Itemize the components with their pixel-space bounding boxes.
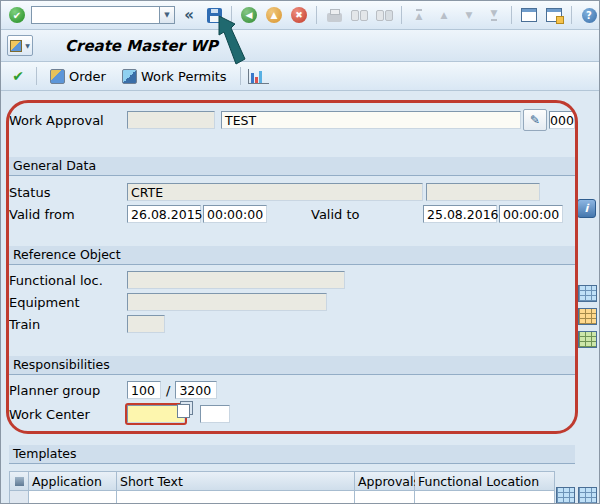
table-layout-icon[interactable]: [578, 487, 597, 504]
info-icon: i: [585, 202, 589, 215]
new-session-window-icon: [521, 8, 537, 22]
next-page-icon: ▼: [466, 11, 473, 20]
back-button[interactable]: ◀: [238, 4, 260, 26]
structure-hierarchy-icon[interactable]: [578, 331, 597, 348]
command-field[interactable]: ▼: [31, 6, 175, 24]
row-selector-cell[interactable]: [9, 491, 29, 504]
matchcode-icon[interactable]: [177, 404, 190, 418]
work-approval-key-field[interactable]: [127, 111, 215, 129]
last-page-icon: ▼: [491, 9, 498, 21]
help-button[interactable]: ?: [578, 4, 600, 26]
find-button[interactable]: [348, 4, 370, 26]
work-approval-description-field[interactable]: TEST: [221, 111, 521, 129]
find-next-button[interactable]: [373, 4, 395, 26]
exit-arrow-icon: ▲: [266, 7, 282, 23]
templates-table: Application Short Text Approvals Functio…: [9, 471, 555, 504]
table-setting-icons: [556, 487, 597, 504]
column-header-short-text[interactable]: Short Text: [117, 471, 355, 491]
table-icon: [15, 477, 24, 486]
responsibilities-header: Responsibilities: [9, 356, 575, 375]
confirm-check-icon: ✔: [12, 68, 24, 84]
functional-loc-label: Functional loc.: [9, 273, 127, 288]
structure-graphic-icon[interactable]: [578, 308, 597, 325]
application-toolbar: ✔ Order Work Permits: [1, 62, 599, 91]
valid-from-time-field[interactable]: 00:00:00: [203, 205, 267, 223]
status-extra-field[interactable]: [426, 183, 540, 201]
first-page-button[interactable]: ▲: [408, 4, 430, 26]
info-button[interactable]: i: [577, 199, 596, 218]
train-field[interactable]: [127, 315, 165, 333]
page-title: Create Master WP: [65, 37, 218, 55]
print-button[interactable]: [323, 4, 345, 26]
column-header-approvals[interactable]: Approvals: [355, 471, 415, 491]
structure-icons: [578, 285, 597, 348]
command-input[interactable]: [31, 6, 159, 24]
edit-button[interactable]: ✎: [523, 109, 547, 131]
toolbar-separator: [240, 67, 241, 85]
new-session-button[interactable]: [518, 4, 540, 26]
toolbar-separator: [571, 6, 572, 24]
work-center-plant-field[interactable]: [200, 405, 230, 423]
work-center-label: Work Center: [9, 407, 127, 422]
templates-table-empty-row[interactable]: [9, 491, 555, 504]
order-icon: [50, 69, 65, 84]
toolbar-separator: [401, 6, 402, 24]
reference-object-header: Reference Object: [9, 246, 575, 265]
column-header-application[interactable]: Application: [29, 471, 117, 491]
approvals-cell[interactable]: [355, 491, 415, 504]
enter-button[interactable]: ✔: [6, 4, 28, 26]
counter-field[interactable]: 000: [549, 111, 575, 129]
last-page-button[interactable]: ▼: [483, 4, 505, 26]
valid-from-label: Valid from: [9, 207, 127, 222]
equipment-field[interactable]: [127, 293, 327, 311]
binoculars-next-icon: [376, 10, 393, 20]
save-disk-icon: [207, 8, 222, 23]
toolbar-separator: [316, 6, 317, 24]
toolbar-separator: [36, 67, 37, 85]
valid-from-date-field[interactable]: 26.08.2015: [127, 205, 201, 223]
enter-check-icon: ✔: [9, 7, 25, 23]
next-page-button[interactable]: ▼: [458, 4, 480, 26]
confirm-button[interactable]: ✔: [7, 65, 29, 87]
back-arrow-icon: ◀: [241, 7, 257, 23]
services-object-icon: [10, 40, 22, 52]
command-collapse-button[interactable]: «: [178, 4, 200, 26]
validity-row: Valid from 26.08.2015 00:00:00 Valid to …: [9, 203, 575, 225]
printer-icon: [327, 13, 342, 22]
previous-page-button[interactable]: ▲: [433, 4, 455, 26]
command-dropdown-icon[interactable]: ▼: [159, 6, 175, 24]
row-selector-header[interactable]: [9, 471, 29, 491]
cancel-x-icon: ✖: [291, 7, 307, 23]
work-permits-button[interactable]: Work Permits: [116, 67, 233, 86]
save-button[interactable]: [203, 4, 225, 26]
planner-group-row: Planner group 100 / 3200: [9, 379, 575, 401]
status-field[interactable]: CRTE: [127, 183, 423, 201]
equipment-label: Equipment: [9, 295, 127, 310]
create-shortcut-button[interactable]: [543, 4, 565, 26]
sap-window: ✔ ▼ « ◀ ▲ ✖ ▲: [0, 0, 600, 504]
valid-to-label: Valid to: [311, 207, 423, 222]
pencil-icon: ✎: [530, 113, 540, 127]
train-row: Train: [9, 313, 575, 335]
valid-to-time-field[interactable]: 00:00:00: [499, 205, 563, 223]
application-cell[interactable]: [29, 491, 117, 504]
services-for-object-button[interactable]: ▼: [7, 35, 33, 56]
exit-button[interactable]: ▲: [263, 4, 285, 26]
status-row: Status CRTE: [9, 181, 575, 203]
planning-plant-field[interactable]: 3200: [175, 381, 217, 399]
short-text-cell[interactable]: [117, 491, 355, 504]
chart-button[interactable]: [248, 65, 270, 87]
planner-group-field[interactable]: 100: [127, 381, 161, 399]
column-header-functional-location[interactable]: Functional Location: [415, 471, 555, 491]
equipment-row: Equipment: [9, 291, 575, 313]
order-button[interactable]: Order: [44, 67, 112, 86]
functional-loc-field[interactable]: [127, 271, 345, 289]
structure-list-icon[interactable]: [578, 285, 597, 302]
first-page-icon: ▲: [416, 9, 423, 21]
collapse-chevrons-icon: «: [184, 6, 194, 24]
cancel-button[interactable]: ✖: [288, 4, 310, 26]
functional-location-cell[interactable]: [415, 491, 555, 504]
table-config-icon[interactable]: [556, 487, 575, 504]
toolbar-separator: [511, 6, 512, 24]
valid-to-date-field[interactable]: 25.08.2016: [423, 205, 497, 223]
